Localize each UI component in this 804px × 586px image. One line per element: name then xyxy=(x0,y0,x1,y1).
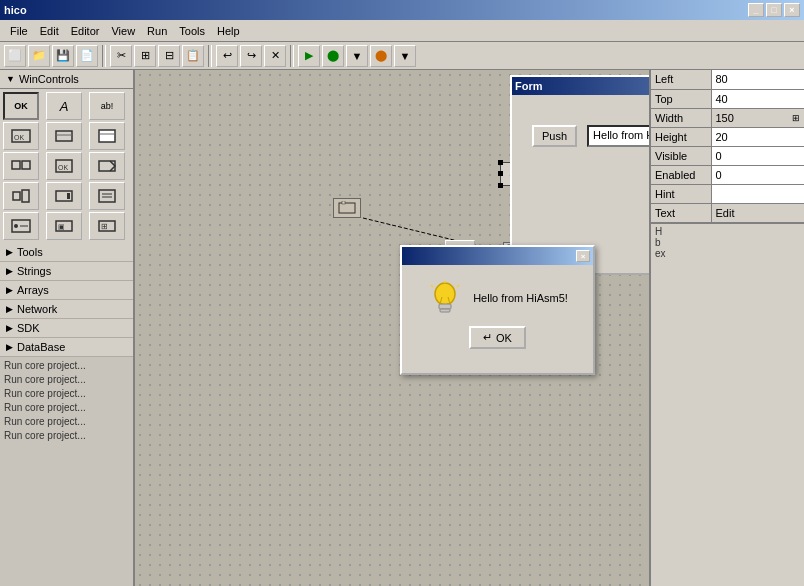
toolbar-save[interactable]: 💾 xyxy=(52,45,74,67)
status-line-5: Run core project... xyxy=(4,415,129,429)
dialog-message-text: Hello from HiAsm5! xyxy=(473,292,568,304)
cat-arrays-arrow: ▶ xyxy=(6,285,13,295)
right-extra-line2: b xyxy=(655,237,800,248)
ctrl-r6[interactable] xyxy=(89,152,125,180)
canvas-group-component[interactable] xyxy=(333,198,361,218)
ctrl-label[interactable]: A xyxy=(46,92,82,120)
toolbar-redo[interactable]: ↪ xyxy=(240,45,262,67)
toolbar-open[interactable]: 📁 xyxy=(28,45,50,67)
controls-grid: OK A ab! OK OK xyxy=(0,89,133,243)
prop-value-hint[interactable] xyxy=(711,185,804,204)
cat-strings[interactable]: ▶ Strings xyxy=(0,262,133,281)
properties-table: Left 80 Top 40 Width 150 ⊞ Height 20 Vis… xyxy=(651,70,804,223)
prop-label-hint: Hint xyxy=(651,185,711,204)
cat-sdk[interactable]: ▶ SDK xyxy=(0,319,133,338)
dialog-content: Hello from HiAsm5! ↵ OK xyxy=(402,265,593,359)
cat-tools-arrow: ▶ xyxy=(6,247,13,257)
toolbar-props[interactable]: 📋 xyxy=(182,45,204,67)
canvas-area[interactable]: ab! OK xyxy=(135,70,649,586)
toolbar-stop[interactable]: ⬤ xyxy=(370,45,392,67)
svg-rect-15 xyxy=(99,190,115,202)
minimize-button[interactable]: _ xyxy=(748,3,764,17)
prop-row-left: Left 80 xyxy=(651,70,804,89)
dialog-ok-button[interactable]: ↵ OK xyxy=(469,326,526,349)
menu-edit[interactable]: Edit xyxy=(34,23,65,39)
toolbar-new[interactable]: ⬜ xyxy=(4,45,26,67)
svg-text:⊞: ⊞ xyxy=(101,222,108,231)
menu-run[interactable]: Run xyxy=(141,23,173,39)
toolbar-undo[interactable]: ↩ xyxy=(216,45,238,67)
prop-value-width[interactable]: 150 ⊞ xyxy=(712,109,805,128)
toolbar: ⬜ 📁 💾 📄 ✂ ⊞ ⊟ 📋 ↩ ↪ ✕ ▶ ⬤ ▼ ⬤ ▼ xyxy=(0,42,804,70)
menu-tools[interactable]: Tools xyxy=(173,23,211,39)
menu-view[interactable]: View xyxy=(105,23,141,39)
menu-editor[interactable]: Editor xyxy=(65,23,106,39)
toolbar-delete[interactable]: ✕ xyxy=(264,45,286,67)
form-title-bar: Form _ □ × xyxy=(512,77,649,95)
prop-value-visible[interactable]: 0 xyxy=(711,147,804,166)
cat-network[interactable]: ▶ Network xyxy=(0,300,133,319)
svg-text:OK: OK xyxy=(14,134,24,141)
maximize-button[interactable]: □ xyxy=(766,3,782,17)
prop-row-hint: Hint xyxy=(651,185,804,204)
menu-file[interactable]: File xyxy=(4,23,34,39)
svg-rect-4 xyxy=(99,130,115,142)
toolbar-dropdown2[interactable]: ▼ xyxy=(394,45,416,67)
status-line-4: Run core project... xyxy=(4,401,129,415)
ctrl-r5[interactable]: OK xyxy=(46,152,82,180)
title-bar-controls: _ □ × xyxy=(748,3,800,17)
toolbar-grid[interactable]: ⊞ xyxy=(134,45,156,67)
prop-value-text[interactable]: Edit xyxy=(711,204,804,223)
prop-value-height[interactable]: 20 xyxy=(711,128,804,147)
wincontrols-arrow[interactable]: ▼ xyxy=(6,74,15,84)
toolbar-saveas[interactable]: 📄 xyxy=(76,45,98,67)
toolbar-align[interactable]: ⊟ xyxy=(158,45,180,67)
ctrl-r10[interactable] xyxy=(3,212,39,240)
svg-rect-14 xyxy=(67,193,70,199)
ctrl-r2[interactable] xyxy=(46,122,82,150)
prop-label-width: Width xyxy=(651,108,711,128)
ctrl-r3[interactable] xyxy=(89,122,125,150)
right-panel: Left 80 Top 40 Width 150 ⊞ Height 20 Vis… xyxy=(649,70,804,586)
prop-label-visible: Visible xyxy=(651,147,711,166)
prop-width-spinner-up[interactable]: ⊞ xyxy=(792,113,800,123)
cat-arrays[interactable]: ▶ Arrays xyxy=(0,281,133,300)
menu-help[interactable]: Help xyxy=(211,23,246,39)
form-textbox[interactable]: Hello from HiAsm5! xyxy=(587,125,649,147)
toolbar-sep1 xyxy=(102,45,106,67)
dialog-popup: × xyxy=(400,245,595,375)
prop-label-top: Top xyxy=(651,89,711,108)
push-button[interactable]: Push xyxy=(532,125,577,147)
svg-rect-11 xyxy=(13,192,20,200)
prop-value-enabled[interactable]: 0 xyxy=(711,166,804,185)
toolbar-debug[interactable]: ⬤ xyxy=(322,45,344,67)
ctrl-edit[interactable]: ab! xyxy=(89,92,125,120)
ctrl-r1[interactable]: OK xyxy=(3,122,39,150)
ctrl-ok[interactable]: OK xyxy=(3,92,39,120)
ctrl-r4[interactable] xyxy=(3,152,39,180)
right-extra: H b ex xyxy=(651,223,804,261)
prop-row-top: Top 40 xyxy=(651,89,804,108)
ctrl-r11[interactable]: ▣ xyxy=(46,212,82,240)
menu-bar: File Edit Editor View Run Tools Help xyxy=(0,20,804,42)
cat-sdk-label: SDK xyxy=(17,322,40,334)
cat-database[interactable]: ▶ DataBase xyxy=(0,338,133,357)
ctrl-r8[interactable] xyxy=(46,182,82,210)
prop-value-left[interactable]: 80 xyxy=(711,70,804,89)
ctrl-r12[interactable]: ⊞ xyxy=(89,212,125,240)
svg-rect-25 xyxy=(339,203,355,213)
prop-row-visible: Visible 0 xyxy=(651,147,804,166)
toolbar-cut[interactable]: ✂ xyxy=(110,45,132,67)
toolbar-run[interactable]: ▶ xyxy=(298,45,320,67)
prop-value-top[interactable]: 40 xyxy=(711,89,804,108)
dialog-close[interactable]: × xyxy=(576,250,590,262)
prop-row-text: Text Edit xyxy=(651,204,804,223)
svg-rect-32 xyxy=(440,309,450,312)
close-button[interactable]: × xyxy=(784,3,800,17)
app-title: hico xyxy=(4,4,27,16)
cat-tools[interactable]: ▶ Tools xyxy=(0,243,133,262)
toolbar-dropdown1[interactable]: ▼ xyxy=(346,45,368,67)
ctrl-r7[interactable] xyxy=(3,182,39,210)
ctrl-r9[interactable] xyxy=(89,182,125,210)
dialog-title-bar: × xyxy=(402,247,593,265)
